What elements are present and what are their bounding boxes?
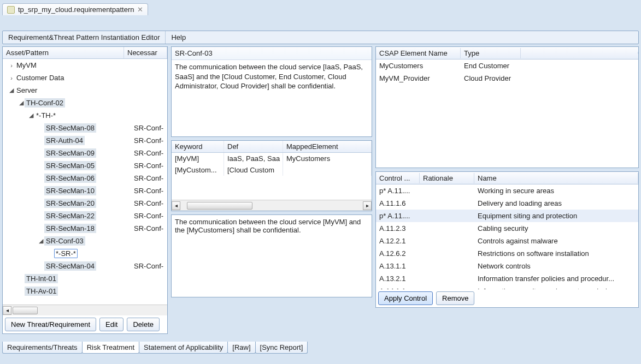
control-cell [420,253,474,255]
control-row[interactable]: A.13.2.1Information transfer policies an… [376,272,638,285]
edit-button[interactable]: Edit [99,318,124,331]
kw-col-mapped[interactable]: MappedElement [283,141,372,152]
tree-item-label: *-SR-* [54,249,78,258]
tree-item-necessary: SR-Conf- [134,262,163,270]
controls-table: Control ... Rationale Name p* A.11....Wo… [375,171,639,308]
tree-item[interactable]: SR-SecMan-22SR-Conf- [3,210,167,222]
bottom-tab[interactable]: Risk Treatment [82,342,139,354]
kw-col-def[interactable]: Def [224,141,283,152]
kw-col-keyword[interactable]: Keyword [172,141,224,152]
tree-col-asset[interactable]: Asset/Pattern [3,47,124,58]
tree-item-label: Server [15,86,39,95]
new-threat-button[interactable]: New Threat/Requirement [5,318,96,331]
tree-item[interactable]: ◢SR-Conf-03 [3,235,167,247]
tree-item[interactable]: SR-SecMan-18SR-Conf- [3,222,167,235]
ctrl-col-rationale[interactable]: Rationale [420,173,474,183]
control-row[interactable]: A.13.1.1Network controls [376,260,638,272]
csap-row[interactable]: MyCustomersEnd Customer [376,59,638,72]
tree-item-label: SR-SecMan-18 [44,224,96,233]
tree-item[interactable]: ›Customer Data [3,71,167,84]
tree-col-necessary[interactable]: Necessar [124,47,167,58]
tree-item-label: *-TH-* [34,111,57,120]
expand-open-icon[interactable]: ◢ [38,237,44,244]
expand-closed-icon[interactable]: › [8,75,15,81]
keyword-cell: [MyVM] [172,153,224,164]
apply-control-button[interactable]: Apply Control [378,291,433,305]
delete-button[interactable]: Delete [127,318,160,331]
ctrl-col-name[interactable]: Name [474,173,638,183]
file-tab[interactable]: tp_srp_my_cloud.requirementpattern ✕ [2,3,148,15]
tree-item[interactable]: SR-SecMan-06SR-Conf- [3,172,167,184]
tree-item-necessary: SR-Conf- [134,149,163,157]
bottom-tab[interactable]: Statement of Applicability [139,342,228,354]
tree-item[interactable]: SR-SecMan-04SR-Conf- [3,260,167,272]
tree-item-necessary: SR-Conf- [134,136,163,145]
tree-item[interactable]: SR-SecMan-09SR-Conf- [3,147,167,159]
scroll-thumb[interactable] [13,307,38,314]
detail-title: SR-Conf-03 [172,47,372,60]
csap-col-type[interactable]: Type [461,48,521,58]
scroll-thumb[interactable] [187,202,252,210]
bottom-tab[interactable]: [Sync Report] [255,342,308,354]
tree-item[interactable]: SR-SecMan-08SR-Conf- [3,122,167,134]
expand-open-icon[interactable]: ◢ [18,99,25,106]
tree-item-label: SR-SecMan-04 [44,261,96,271]
csap-row[interactable]: MyVM_ProviderCloud Provider [376,72,638,85]
detail-description[interactable]: The communication between the cloud serv… [172,60,372,136]
tree-item[interactable]: ◢Server [3,84,167,97]
expand-open-icon[interactable]: ◢ [28,112,34,119]
control-cell: A.11.1.6 [376,198,420,208]
menu-help[interactable]: Help [166,31,191,44]
result-text[interactable]: The communication between the cloud serv… [172,215,372,297]
keyword-row[interactable]: [MyVM]IaaS, PaaS, SaaMyCustomers [172,153,372,164]
scroll-left-icon[interactable]: ◂ [172,201,180,210]
control-row[interactable]: A.11.2.3Cabling security [376,222,638,235]
asset-pattern-panel: Asset/Pattern Necessar ›MyVM›Customer Da… [2,46,168,334]
tree-item-label: Customer Data [15,73,66,82]
tree-item[interactable]: TH-Int-01 [3,272,167,285]
asset-tree[interactable]: ›MyVM›Customer Data◢Server◢TH-Conf-02◢*-… [3,59,167,305]
tree-item[interactable]: ›MyVM [3,59,167,71]
scroll-left-icon[interactable]: ◂ [3,306,11,315]
tree-item[interactable]: TH-Av-01 [3,285,167,297]
remove-control-button[interactable]: Remove [436,291,474,305]
menu-editor[interactable]: Requirement&Threat Pattern Instantiation… [3,31,166,44]
close-tab-icon[interactable]: ✕ [137,5,143,14]
tree-item-label: SR-SecMan-22 [44,211,96,220]
keyword-cell: IaaS, PaaS, Saa [224,153,283,164]
bottom-tab[interactable]: [Raw] [227,342,255,354]
tree-h-scrollbar[interactable]: ◂ [3,305,167,315]
tree-item[interactable]: SR-SecMan-20SR-Conf- [3,197,167,210]
tree-item[interactable]: ◢*-TH-* [3,109,167,122]
tree-item-necessary: SR-Conf- [134,174,163,182]
control-row[interactable]: A.12.6.2Restrictions on software install… [376,247,638,260]
expand-open-icon[interactable]: ◢ [8,87,15,94]
scroll-right-icon[interactable]: ▸ [363,201,372,210]
keyword-row[interactable]: [MyCustom...[Cloud Custom [172,164,372,176]
control-row[interactable]: A.12.2.1Controls against malware [376,235,638,247]
menu-bar: Requirement&Threat Pattern Instantiation… [2,31,639,44]
kw-h-scrollbar[interactable]: ◂ ▸ [172,200,372,211]
tree-item-necessary: SR-Conf- [134,199,163,207]
tree-item[interactable]: *-SR-* [3,247,167,260]
ctrl-col-id[interactable]: Control ... [376,173,420,183]
csap-col-extra[interactable] [521,52,638,54]
control-row[interactable]: p* A.11....Working in secure areas [376,184,638,197]
control-cell: Equipment siting and protection [474,211,638,221]
control-row[interactable]: A.11.1.6Delivery and loading areas [376,197,638,210]
control-row[interactable]: p* A.11....Equipment siting and protecti… [376,210,638,222]
tree-item[interactable]: SR-Auth-04SR-Conf- [3,134,167,147]
csap-col-name[interactable]: CSAP Element Name [376,48,461,58]
keyword-cell: [Cloud Custom [224,164,283,176]
control-cell: A.11.2.3 [376,223,420,234]
control-cell: Information transfer policies and proced… [474,273,638,284]
bottom-tab[interactable]: Requirements/Threats [2,342,83,354]
expand-closed-icon[interactable]: › [8,62,15,69]
tree-item[interactable]: SR-SecMan-05SR-Conf- [3,159,167,172]
control-cell [420,278,474,280]
tree-item[interactable]: SR-SecMan-10SR-Conf- [3,184,167,197]
tree-item[interactable]: ◢TH-Conf-02 [3,97,167,109]
file-icon [7,6,15,14]
control-row[interactable]: A.14.1.1Information security requirement… [376,285,638,289]
tree-item-label: TH-Conf-02 [25,98,65,108]
